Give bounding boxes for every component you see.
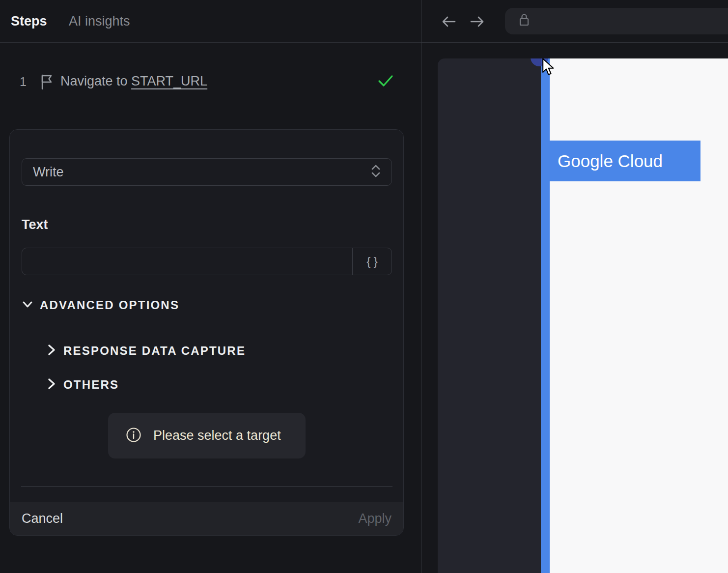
- panel-tab-bar: Steps AI insights: [0, 0, 421, 43]
- cancel-button[interactable]: Cancel: [22, 511, 63, 526]
- step-editor-card: Write Text { } ADVA: [9, 129, 404, 536]
- back-button[interactable]: [440, 13, 458, 30]
- site-content-area: [550, 58, 728, 573]
- forward-button[interactable]: [468, 13, 486, 30]
- url-bar[interactable]: [505, 8, 728, 34]
- others-toggle[interactable]: OTHERS: [45, 377, 119, 393]
- step-number: 1: [20, 75, 27, 89]
- success-check-icon: [377, 74, 394, 90]
- text-field-label: Text: [22, 217, 48, 232]
- select-target-notice: Please select a target: [108, 413, 306, 458]
- steps-panel: Steps AI insights 1 Navigate to START_UR…: [0, 0, 421, 573]
- tab-steps[interactable]: Steps: [11, 0, 47, 43]
- info-icon: [126, 427, 141, 445]
- action-select[interactable]: Write: [22, 158, 392, 186]
- element-highlight-strip: [541, 58, 550, 573]
- site-dark-sidebar: [438, 58, 541, 573]
- chevron-updown-icon: [370, 163, 382, 181]
- others-label: OTHERS: [63, 378, 119, 392]
- forward-arrow-icon: [468, 13, 486, 30]
- chevron-right-icon: [45, 343, 57, 359]
- tab-ai-insights[interactable]: AI insights: [69, 0, 130, 43]
- back-arrow-icon: [440, 13, 458, 30]
- insert-variable-button[interactable]: { }: [352, 248, 392, 275]
- action-select-value: Write: [33, 165, 64, 180]
- lock-icon: [518, 12, 531, 30]
- flag-icon: [39, 74, 54, 92]
- notice-text: Please select a target: [153, 428, 281, 443]
- start-url-link[interactable]: START_URL: [131, 74, 207, 88]
- apply-button[interactable]: Apply: [358, 511, 392, 526]
- text-field-wrap: { }: [22, 248, 392, 275]
- advanced-options-label: ADVANCED OPTIONS: [40, 298, 179, 312]
- text-input[interactable]: [22, 248, 352, 275]
- browser-preview-panel: Google Cloud: [421, 0, 728, 573]
- step-row[interactable]: 1 Navigate to START_URL: [0, 71, 421, 93]
- automation-builder-window: Steps AI insights 1 Navigate to START_UR…: [0, 0, 728, 573]
- advanced-options-toggle[interactable]: ADVANCED OPTIONS: [21, 298, 179, 313]
- page-preview: Google Cloud: [421, 58, 728, 573]
- response-data-capture-toggle[interactable]: RESPONSE DATA CAPTURE: [45, 343, 246, 359]
- footer-divider: [21, 487, 392, 487]
- google-cloud-highlight[interactable]: Google Cloud: [549, 141, 700, 181]
- editor-footer: Cancel Apply: [10, 502, 403, 535]
- chevron-down-icon: [21, 298, 34, 313]
- browser-toolbar: [421, 0, 728, 43]
- chevron-right-icon: [45, 377, 57, 393]
- response-data-capture-label: RESPONSE DATA CAPTURE: [63, 344, 246, 358]
- step-title: Navigate to START_URL: [60, 74, 207, 89]
